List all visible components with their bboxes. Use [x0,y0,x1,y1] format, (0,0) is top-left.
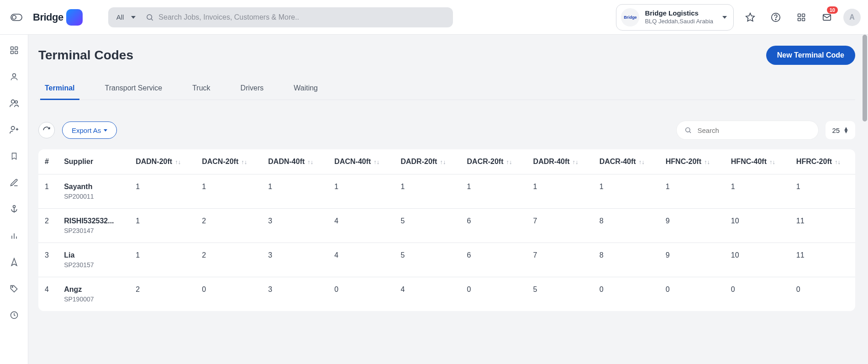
col-dadn-40ft[interactable]: DADN-40ft↑↓ [262,149,328,174]
tab-waiting[interactable]: Waiting [289,78,322,100]
nav-anchor[interactable] [7,202,21,216]
supplier-name: Lia [64,251,123,259]
tag-icon [10,284,19,293]
content-scroll[interactable]: Terminal Codes New Terminal Code Termina… [28,35,868,364]
search-input[interactable] [158,7,452,27]
svg-rect-15 [15,51,17,54]
value-cell: 4 [328,209,394,243]
value-cell: 1 [262,174,328,209]
user-avatar[interactable]: A [843,9,861,26]
supplier-code: SP190007 [64,295,123,303]
terminal-codes-table: #SupplierDADN-20ft↑↓DACN-20ft↑↓DADN-40ft… [38,149,855,311]
app-logo[interactable]: Bridge [33,9,83,26]
search-icon [142,13,158,21]
org-selector[interactable]: Bridge Bridge Logistics BLQ Jeddah,Saudi… [616,4,734,31]
value-cell: 11 [790,243,855,277]
search-category-select[interactable]: All [108,7,142,27]
row-index: 4 [38,277,58,311]
table-row[interactable]: 2RISHI532532...SP2301471234567891011 [38,209,855,243]
col-dadr-40ft[interactable]: DADR-40ft↑↓ [527,149,593,174]
nav-user[interactable] [7,69,21,84]
export-button[interactable]: Export As [62,121,117,139]
svg-rect-0 [11,14,22,21]
table-row[interactable]: 1SayanthSP20001111111111111 [38,174,855,209]
page-size-value: 25 [832,127,840,134]
new-terminal-code-button[interactable]: New Terminal Code [766,46,855,65]
page-size-select[interactable]: 25 ▲▼ [826,121,855,139]
logo-text: Bridge [33,11,63,23]
value-cell: 0 [461,277,527,311]
svg-point-22 [13,206,15,208]
apps-grid-icon [797,13,806,22]
value-cell: 8 [593,243,659,277]
col-dadn-20ft[interactable]: DADN-20ft↑↓ [129,149,195,174]
table-container: #SupplierDADN-20ft↑↓DACN-20ft↑↓DADN-40ft… [38,149,855,311]
tab-transport-service[interactable]: Transport Service [100,78,167,100]
apps-button[interactable] [792,8,810,26]
value-cell: 0 [790,277,855,311]
mail-icon [822,12,832,22]
nav-reports[interactable] [7,228,21,243]
tab-drivers[interactable]: Drivers [236,78,268,100]
col-dacn-20ft[interactable]: DACN-20ft↑↓ [195,149,262,174]
svg-point-28 [12,286,13,287]
value-cell: 2 [129,277,195,311]
search-category-label: All [116,13,124,21]
col-dacr-20ft[interactable]: DACR-20ft↑↓ [461,149,527,174]
supplier-name: Sayanth [64,183,123,191]
value-cell: 1 [195,174,262,209]
col-dacn-40ft[interactable]: DACN-40ft↑↓ [328,149,394,174]
scrollbar[interactable] [863,35,867,364]
sort-icon: ↑↓ [506,158,512,165]
supplier-name: Angz [64,285,123,294]
nav-edit[interactable] [7,175,21,190]
mail-button[interactable]: 10 [818,8,836,26]
refresh-button[interactable] [38,122,55,138]
nav-tag[interactable] [7,281,21,296]
value-cell: 10 [725,209,790,243]
nav-users[interactable] [7,96,21,111]
user-icon [10,72,19,81]
nav-history[interactable] [7,308,21,322]
help-button[interactable] [767,8,785,26]
col-dadr-20ft[interactable]: DADR-20ft↑↓ [394,149,460,174]
svg-line-31 [690,132,691,133]
col-dacr-40ft[interactable]: DACR-40ft↑↓ [593,149,659,174]
value-cell: 1 [593,174,659,209]
table-row[interactable]: 4AngzSP19000720304050000 [38,277,855,311]
bookmark-icon [10,152,18,161]
col-hfnc-40ft[interactable]: HFNC-40ft↑↓ [725,149,790,174]
value-cell: 6 [461,243,527,277]
favorites-button[interactable] [741,8,759,26]
nav-bookmark[interactable] [7,149,21,164]
col-hfnc-20ft[interactable]: HFNC-20ft↑↓ [659,149,725,174]
value-cell: 6 [461,209,527,243]
visibility-toggle[interactable] [7,8,26,26]
row-index: 2 [38,209,58,243]
tab-terminal[interactable]: Terminal [40,78,79,100]
sort-icon: ↑↓ [769,158,775,165]
value-cell: 5 [394,243,460,277]
value-cell: 1 [129,174,195,209]
table-search-input[interactable] [696,126,810,135]
nav-add-user[interactable] [7,122,21,137]
svg-rect-13 [15,47,17,50]
supplier-cell: RISHI532532...SP230147 [58,209,129,243]
value-cell: 1 [461,174,527,209]
tab-truck[interactable]: Truck [188,78,215,100]
svg-point-19 [11,127,14,130]
table-row[interactable]: 3LiaSP2301571234567891011 [38,243,855,277]
value-cell: 0 [195,277,262,311]
svg-rect-9 [798,18,801,21]
tabs: TerminalTransport ServiceTruckDriversWai… [38,78,855,100]
svg-line-3 [152,19,153,20]
nav-dashboard[interactable] [7,43,21,58]
sort-icon: ↑↓ [835,158,841,165]
nav-navigation[interactable] [7,255,21,269]
svg-rect-7 [798,14,801,16]
scrollbar-thumb[interactable] [863,35,867,121]
col--: # [38,149,58,174]
col-hfrc-20ft[interactable]: HFRC-20ft↑↓ [790,149,855,174]
eye-icon [11,14,22,21]
value-cell: 3 [262,243,328,277]
